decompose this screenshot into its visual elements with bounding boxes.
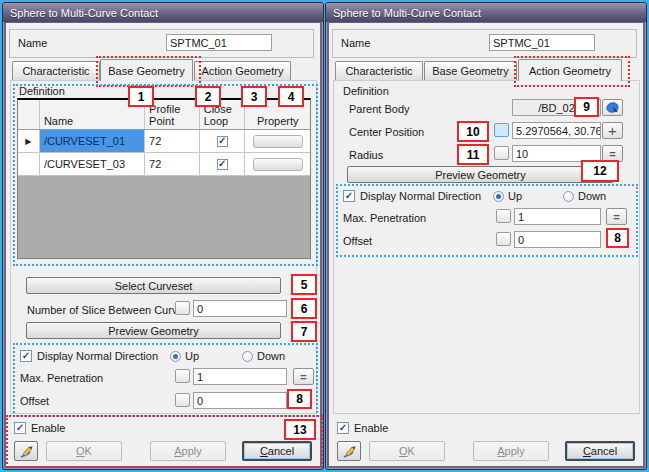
down-radio[interactable]	[563, 191, 574, 202]
callout-10: 10	[457, 121, 489, 142]
window-title: Sphere to Multi-Curve Contact	[10, 7, 158, 19]
select-body-button[interactable]	[602, 99, 623, 116]
close-loop-cell: ✓	[200, 130, 246, 152]
slice-count-label: Number of Slice Between Curve	[27, 304, 184, 317]
center-position-input[interactable]: 5.2970564, 30.7656	[512, 122, 601, 139]
scope-stamp-button[interactable]	[337, 441, 361, 461]
callout-6: 6	[291, 298, 317, 319]
offset-label: Offset	[20, 395, 49, 408]
slice-count-input[interactable]: 0	[193, 300, 287, 317]
tab-base-geometry[interactable]: Base Geometry	[424, 61, 517, 80]
apply-label: Apply	[497, 445, 525, 457]
property-button[interactable]	[253, 135, 303, 148]
radius-parametric-toggle[interactable]	[494, 146, 509, 160]
current-row-marker-icon: ▶	[25, 137, 31, 146]
up-radio[interactable]	[170, 351, 181, 362]
name-label: Name	[18, 37, 47, 50]
display-normal-direction-checkbox[interactable]: ✓	[343, 190, 355, 202]
preview-geometry-button[interactable]: Preview Geometry	[26, 322, 281, 339]
select-curveset-button[interactable]: Select Curveset	[26, 277, 281, 294]
cancel-label: Cancel	[260, 445, 294, 457]
curveset-name-cell[interactable]: /CURVESET_01	[40, 130, 145, 152]
offset-parametric-toggle[interactable]	[496, 232, 511, 246]
window-title: Sphere to Multi-Curve Contact	[333, 7, 481, 19]
crosshair-icon: +	[608, 123, 617, 138]
offset-input[interactable]: 0	[514, 231, 601, 248]
display-normal-direction-label: Display Normal Direction	[360, 190, 481, 203]
row-selector-cell: ▶	[18, 130, 40, 152]
apply-label: Apply	[174, 445, 202, 457]
max-penetration-parametric-toggle[interactable]	[496, 209, 511, 223]
apply-button[interactable]: Apply	[150, 441, 226, 461]
preview-geometry-label: Preview Geometry	[435, 169, 525, 181]
ok-label: OK	[76, 445, 92, 457]
max-penetration-input[interactable]: 1	[514, 208, 601, 225]
table-row[interactable]: /CURVESET_03 72 ✓	[18, 153, 310, 176]
center-position-parametric-toggle[interactable]	[494, 123, 509, 137]
enable-checkbox[interactable]: ✓	[337, 422, 349, 434]
tab-characteristic[interactable]: Characteristic	[12, 61, 100, 80]
max-penetration-expression-button[interactable]: =	[293, 368, 314, 385]
pick-point-button[interactable]: +	[602, 122, 623, 139]
callout-8: 8	[606, 228, 629, 248]
name-input[interactable]: SPTMC_01	[166, 34, 272, 51]
check-icon: ✓	[218, 159, 226, 169]
ok-button[interactable]: OK	[46, 441, 122, 461]
callout-11: 11	[457, 144, 489, 165]
display-normal-direction-checkbox[interactable]: ✓	[20, 350, 32, 362]
slice-parametric-toggle[interactable]	[175, 301, 190, 315]
name-label: Name	[341, 37, 370, 50]
up-radio[interactable]	[493, 191, 504, 202]
close-loop-checkbox[interactable]: ✓	[217, 136, 228, 147]
display-normal-direction-label: Display Normal Direction	[37, 350, 158, 363]
curveset-name-cell[interactable]: /CURVESET_03	[40, 153, 145, 175]
callout-9: 9	[574, 97, 599, 117]
enable-label: Enable	[31, 422, 65, 435]
tab-action-geometry[interactable]: Action Geometry	[518, 59, 622, 81]
profile-point-cell[interactable]: 72	[145, 130, 200, 152]
select-curveset-label: Select Curveset	[115, 280, 193, 292]
tab-action-geometry[interactable]: Action Geometry	[194, 61, 291, 80]
offset-input[interactable]: 0	[193, 392, 287, 409]
down-radio-label: Down	[578, 190, 606, 203]
callout-5: 5	[291, 274, 317, 295]
callout-7: 7	[291, 321, 317, 342]
preview-geometry-button[interactable]: Preview Geometry	[347, 166, 614, 183]
titlebar[interactable]: Sphere to Multi-Curve Contact	[326, 3, 646, 22]
dialog-action-geometry: Sphere to Multi-Curve Contact Name SPTMC…	[325, 2, 647, 470]
callout-13: 13	[284, 419, 316, 440]
ok-button[interactable]: OK	[369, 441, 445, 461]
callout-1: 1	[128, 86, 154, 107]
titlebar[interactable]: Sphere to Multi-Curve Contact	[3, 3, 323, 22]
pen-stamp-icon	[19, 444, 34, 458]
tab-base-geometry[interactable]: Base Geometry	[100, 59, 193, 81]
curveset-table[interactable]: Name Profile Point Close Loop Property ▶…	[17, 98, 311, 259]
callout-2: 2	[195, 86, 221, 107]
row-selector-header	[18, 100, 40, 129]
dialog-client-area: Name SPTMC_01 Characteristic Base Geomet…	[329, 23, 643, 466]
close-loop-cell: ✓	[200, 153, 246, 175]
max-penetration-input[interactable]: 1	[193, 368, 287, 385]
close-loop-checkbox[interactable]: ✓	[217, 159, 228, 170]
callout-4: 4	[278, 86, 304, 107]
property-button[interactable]	[253, 158, 303, 171]
offset-parametric-toggle[interactable]	[175, 393, 190, 407]
enable-checkbox[interactable]: ✓	[14, 422, 26, 434]
tab-characteristic[interactable]: Characteristic	[335, 61, 423, 80]
ok-label: OK	[399, 445, 415, 457]
down-radio-label: Down	[257, 350, 285, 363]
name-input[interactable]: SPTMC_01	[489, 34, 595, 51]
max-penetration-parametric-toggle[interactable]	[175, 369, 190, 383]
max-penetration-expression-button[interactable]: =	[606, 208, 627, 225]
profile-point-cell[interactable]: 72	[145, 153, 200, 175]
apply-button[interactable]: Apply	[473, 441, 549, 461]
check-icon: ✓	[345, 191, 353, 201]
property-cell	[245, 130, 310, 152]
down-radio[interactable]	[242, 351, 253, 362]
scope-stamp-button[interactable]	[14, 441, 38, 461]
cancel-button[interactable]: Cancel	[565, 441, 635, 461]
body-picker-icon	[605, 101, 620, 114]
cancel-button[interactable]: Cancel	[242, 441, 312, 461]
table-row[interactable]: ▶ /CURVESET_01 72 ✓	[18, 130, 310, 153]
callout-12: 12	[581, 160, 619, 182]
